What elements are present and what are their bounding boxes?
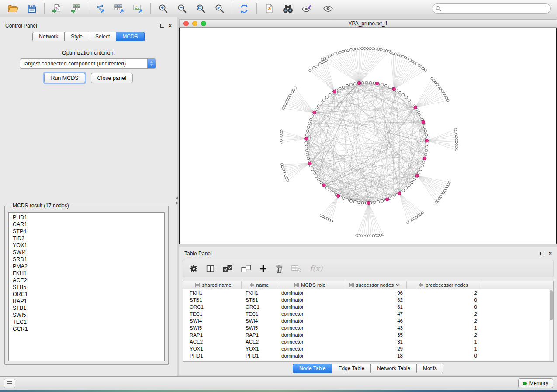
table-cell[interactable]: YOX1 <box>242 346 277 351</box>
search-network-button[interactable] <box>279 1 297 16</box>
table-cell[interactable]: 2 <box>407 318 481 323</box>
network-canvas[interactable] <box>180 28 556 244</box>
table-cell[interactable]: SWI4 <box>186 318 242 323</box>
table-cell[interactable]: 96 <box>343 290 407 296</box>
apply-layout-button[interactable] <box>235 1 253 16</box>
table-cell[interactable]: 2 <box>407 311 481 316</box>
table-cell[interactable]: dominator <box>277 353 343 358</box>
mcds-result-item[interactable]: SRD1 <box>9 256 164 263</box>
minimize-window-button[interactable] <box>192 21 197 26</box>
table-cell[interactable]: 46 <box>343 318 407 323</box>
save-session-button[interactable] <box>23 1 41 16</box>
mcds-result-item[interactable]: ORC1 <box>9 291 164 298</box>
float-panel-icon[interactable] <box>160 24 164 28</box>
optimization-criterion-select[interactable]: largest connected component (undirected) <box>20 58 156 69</box>
table-row[interactable]: SWI4SWI4dominator462 <box>186 317 553 324</box>
table-cell[interactable]: 0 <box>407 353 481 358</box>
table-row[interactable]: ACE2ACE2connector311 <box>186 338 553 345</box>
tab-edge-table[interactable]: Edge Table <box>332 364 371 373</box>
float-panel-icon[interactable] <box>540 252 544 255</box>
tab-network-table[interactable]: Network Table <box>371 364 417 373</box>
open-session-button[interactable] <box>4 1 22 16</box>
mcds-result-item[interactable]: TID3 <box>9 235 164 242</box>
tab-mcds[interactable]: MCDS <box>116 32 144 41</box>
tab-select[interactable]: Select <box>89 32 116 41</box>
table-cell[interactable]: 0 <box>407 297 481 303</box>
table-cell[interactable]: SWI5 <box>186 325 242 330</box>
table-cell[interactable]: dominator <box>277 332 343 337</box>
table-cell[interactable]: ACE2 <box>186 339 242 344</box>
tab-node-table[interactable]: Node Table <box>293 364 332 373</box>
table-cell[interactable]: 47 <box>343 311 407 316</box>
clone-network-button[interactable] <box>260 1 278 16</box>
table-row[interactable]: YOX1YOX1connector291 <box>186 345 553 352</box>
delete-table-button-disabled[interactable] <box>291 264 301 273</box>
tab-motifs[interactable]: Motifs <box>417 364 443 373</box>
export-network-button[interactable] <box>92 1 109 16</box>
table-cell[interactable]: connector <box>277 325 343 330</box>
table-settings-button[interactable] <box>189 264 198 273</box>
memory-button[interactable]: Memory <box>518 378 553 388</box>
table-cell[interactable]: dominator <box>277 290 343 296</box>
table-cell[interactable]: TEC1 <box>242 311 277 316</box>
table-cell[interactable]: 29 <box>343 346 407 351</box>
delete-column-button[interactable] <box>275 264 284 273</box>
table-cell[interactable]: PHD1 <box>186 353 242 358</box>
table-cell[interactable]: RAP1 <box>242 332 277 337</box>
deselect-all-columns-button[interactable] <box>241 264 252 273</box>
tab-network[interactable]: Network <box>32 32 65 41</box>
table-cell[interactable]: ACE2 <box>242 339 277 344</box>
import-network-button[interactable] <box>48 1 66 16</box>
table-cell[interactable]: 62 <box>343 297 407 303</box>
table-scrollbar[interactable] <box>549 289 553 361</box>
scrollbar-thumb[interactable] <box>550 290 553 320</box>
mcds-result-item[interactable]: GCR1 <box>9 326 164 333</box>
mcds-result-item[interactable]: TEC1 <box>9 319 164 326</box>
table-row[interactable]: ORC1ORC1dominator610 <box>186 303 553 310</box>
mcds-result-item[interactable]: STP4 <box>9 228 164 235</box>
panel-menu-button[interactable] <box>4 379 15 388</box>
table-cell[interactable]: STB1 <box>242 297 277 303</box>
table-cell[interactable]: ORC1 <box>186 304 242 309</box>
table-cell[interactable]: dominator <box>277 318 343 323</box>
mcds-result-item[interactable]: RAP1 <box>9 298 164 305</box>
maximize-window-button[interactable] <box>201 21 206 26</box>
column-header-successor-nodes[interactable]: successor nodes <box>343 281 407 289</box>
table-row[interactable]: STB1STB1dominator620 <box>186 296 553 303</box>
table-cell[interactable]: RAP1 <box>186 332 242 337</box>
export-table-button[interactable] <box>111 1 128 16</box>
run-mcds-button[interactable]: Run MCDS <box>44 73 85 83</box>
zoom-selected-button[interactable] <box>211 1 228 16</box>
close-panel-icon[interactable]: × <box>168 24 172 28</box>
table-cell[interactable]: 31 <box>343 339 407 344</box>
table-cell[interactable]: 35 <box>343 332 407 337</box>
table-cell[interactable]: FKH1 <box>242 290 277 296</box>
table-cell[interactable]: dominator <box>277 297 343 303</box>
column-header-predecessor-nodes[interactable]: predecessor nodes <box>407 281 481 289</box>
mcds-result-item[interactable]: SWI4 <box>9 249 164 256</box>
table-cell[interactable]: 1 <box>407 339 481 344</box>
zoom-fit-button[interactable] <box>192 1 209 16</box>
table-cell[interactable]: FKH1 <box>186 290 242 296</box>
table-cell[interactable]: 43 <box>343 325 407 330</box>
column-header-name[interactable]: name <box>242 281 277 289</box>
column-header-shared-name[interactable]: shared name <box>186 281 242 289</box>
table-cell[interactable]: TEC1 <box>186 311 242 316</box>
splitter-handle[interactable] <box>175 195 179 206</box>
table-cell[interactable]: 1 <box>407 325 481 330</box>
column-header-MCDS-role[interactable]: MCDS role <box>277 281 343 289</box>
table-cell[interactable]: 61 <box>343 304 407 309</box>
table-cell[interactable]: 0 <box>407 304 481 309</box>
export-image-button[interactable] <box>129 1 147 16</box>
mcds-result-item[interactable]: PHD1 <box>9 214 164 221</box>
table-cell[interactable]: 18 <box>343 353 407 358</box>
close-panel-button[interactable]: Close panel <box>91 73 133 83</box>
table-cell[interactable]: STB1 <box>186 297 242 303</box>
table-cell[interactable]: connector <box>277 339 343 344</box>
table-cell[interactable]: 1 <box>407 346 481 351</box>
close-panel-icon[interactable]: × <box>548 251 552 256</box>
network-titlebar[interactable]: YPA_prune.txt_1 <box>179 19 557 28</box>
zoom-out-button[interactable] <box>173 1 190 16</box>
close-window-button[interactable] <box>183 21 189 26</box>
table-cell[interactable]: SWI5 <box>242 325 277 330</box>
